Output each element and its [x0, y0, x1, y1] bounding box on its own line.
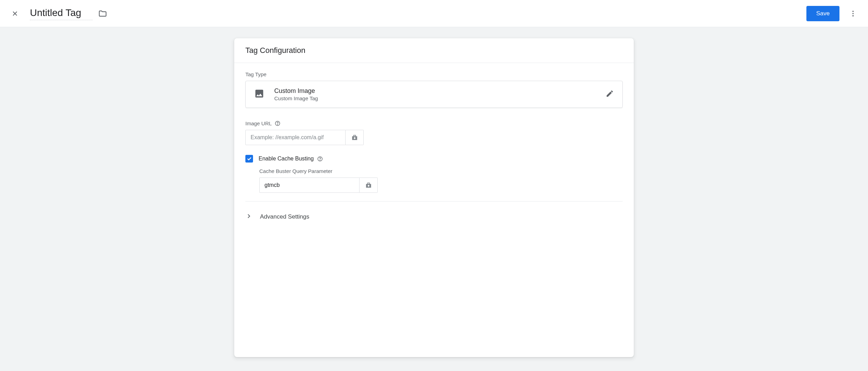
tag-type-name: Custom Image: [274, 87, 606, 95]
more-vert-icon: [849, 10, 857, 17]
divider: [245, 201, 623, 202]
cache-param-label: Cache Buster Query Parameter: [259, 168, 623, 174]
tag-type-subtitle: Custom Image Tag: [274, 95, 606, 101]
advanced-settings-toggle[interactable]: Advanced Settings: [234, 204, 634, 229]
image-url-input[interactable]: [245, 130, 346, 145]
svg-point-1: [852, 13, 854, 14]
image-url-label: Image URL: [245, 120, 623, 126]
variable-picker-button[interactable]: [360, 177, 378, 193]
svg-point-9: [320, 160, 320, 160]
close-icon: [11, 10, 19, 17]
tag-type-selector[interactable]: Custom Image Custom Image Tag: [245, 81, 623, 108]
editor-header: Save: [0, 0, 868, 27]
content-area: Tag Configuration Tag Type Custom Image …: [0, 27, 868, 371]
check-icon: [246, 156, 252, 161]
svg-point-2: [852, 15, 854, 16]
folder-button[interactable]: [98, 9, 107, 18]
edit-icon: [606, 89, 614, 99]
chevron-right-icon: [245, 213, 252, 221]
variable-picker-button[interactable]: [346, 130, 364, 145]
svg-point-0: [852, 10, 854, 12]
help-icon[interactable]: [275, 120, 281, 126]
help-icon[interactable]: [317, 156, 323, 162]
svg-rect-12: [368, 186, 369, 186]
folder-icon: [98, 9, 107, 18]
tag-type-label: Tag Type: [245, 71, 623, 77]
save-button[interactable]: Save: [806, 6, 839, 21]
cache-param-input[interactable]: [259, 177, 360, 193]
svg-rect-7: [354, 138, 355, 139]
panel-title: Tag Configuration: [234, 38, 634, 63]
svg-point-4: [277, 124, 278, 125]
cache-busting-label: Enable Cache Busting: [259, 156, 323, 162]
more-menu-button[interactable]: [846, 7, 860, 20]
image-icon: [254, 88, 265, 100]
variable-icon: [365, 182, 372, 188]
tag-name-input[interactable]: [30, 7, 93, 20]
variable-icon: [351, 134, 358, 141]
advanced-settings-label: Advanced Settings: [260, 213, 309, 220]
cache-busting-checkbox[interactable]: [245, 155, 253, 163]
tag-config-panel: Tag Configuration Tag Type Custom Image …: [234, 38, 634, 357]
close-button[interactable]: [8, 7, 22, 20]
